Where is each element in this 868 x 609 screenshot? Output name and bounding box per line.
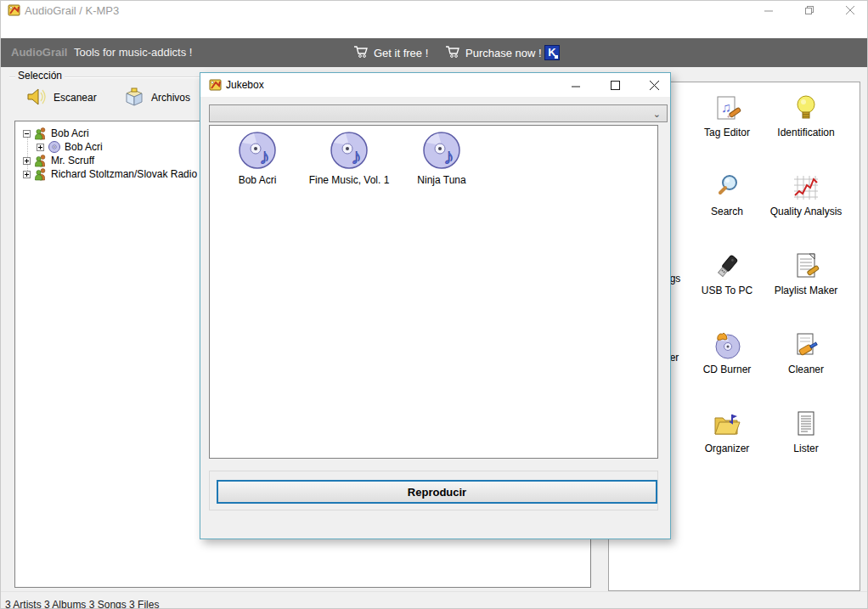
tool-label: Search	[711, 206, 743, 217]
artist-icon	[34, 167, 48, 181]
tree-item-label: Bob Acri	[51, 127, 89, 139]
dialog-icon	[209, 78, 223, 94]
svg-text:♪: ♪	[259, 144, 270, 169]
status-text: 3 Artists 3 Albums 3 Songs 3 Files	[5, 599, 159, 609]
minimize-button[interactable]	[755, 2, 782, 19]
svg-text:♪: ♪	[443, 144, 454, 169]
svg-text:♫: ♫	[721, 100, 731, 115]
files-button[interactable]: Archivos	[122, 85, 190, 110]
brand-label: AudioGrail	[11, 46, 67, 59]
tree-item-artist[interactable]: Mr. Scruff	[23, 154, 94, 167]
main-window: AudioGrail / K-MP3 File ? AudioGrail Too…	[0, 0, 868, 609]
dialog-title: Jukebox	[226, 79, 264, 91]
lightbulb-icon	[792, 90, 820, 124]
tool-label: Lister	[793, 443, 818, 454]
get-it-free-label: Get it free !	[374, 47, 428, 59]
purchase-now-button[interactable]: Purchase now !	[445, 43, 542, 62]
speaker-icon	[25, 85, 48, 111]
tagline-label: Tools for music-addicts !	[74, 46, 192, 59]
album-item[interactable]: ♪ Ninja Tuna	[396, 130, 488, 186]
expand-icon[interactable]	[23, 171, 31, 178]
files-label: Archivos	[151, 92, 190, 104]
close-button[interactable]	[837, 2, 864, 19]
tree-item-artist[interactable]: Richard Stoltzman/Slovak Radio Syn	[23, 167, 217, 181]
usb-stick-icon	[712, 248, 742, 282]
tool-label: Cleaner	[788, 364, 824, 375]
menubar: File ?	[1, 20, 868, 38]
expand-icon[interactable]	[23, 157, 31, 165]
tree-item-label: Bob Acri	[65, 141, 103, 153]
album-item[interactable]: ♪ Fine Music, Vol. 1	[303, 130, 395, 186]
tree-item-label: Richard Stoltzman/Slovak Radio Syn	[51, 168, 217, 180]
scan-button[interactable]: Escanear	[25, 85, 97, 110]
app-icon	[8, 3, 21, 20]
play-button[interactable]: Reproducir	[217, 480, 657, 504]
album-list[interactable]: ♪ Bob Acri ♪ Fine Music, Vol. 1 ♪ Ninja …	[209, 125, 658, 459]
tool-playlist-maker[interactable]: Playlist Maker	[766, 244, 846, 296]
scan-label: Escanear	[54, 92, 97, 104]
album-item[interactable]: ♪ Bob Acri	[211, 130, 303, 186]
archive-box-icon	[122, 85, 146, 111]
cart-icon	[353, 45, 369, 61]
tool-label: Identification	[777, 127, 834, 138]
tree-item-label: Mr. Scruff	[51, 155, 94, 166]
chart-icon	[791, 169, 821, 203]
window-title: AudioGrail / K-MP3	[25, 4, 119, 17]
purchase-now-label: Purchase now !	[465, 47, 542, 59]
album-label: Ninja Tuna	[417, 174, 465, 186]
tool-search[interactable]: Search	[687, 165, 767, 217]
album-cd-icon: ♪	[421, 130, 462, 171]
kmp3-logo-icon[interactable]: K	[544, 45, 560, 60]
jukebox-selector-combobox[interactable]: ⌄	[209, 104, 668, 122]
tool-label: USB To PC	[702, 285, 752, 296]
tool-usb-to-pc[interactable]: USB To PC	[687, 244, 767, 296]
collapse-icon[interactable]	[23, 130, 31, 138]
tree-item-album[interactable]: Bob Acri	[37, 140, 103, 154]
artist-icon	[34, 154, 48, 167]
tool-lister[interactable]: Lister	[766, 402, 846, 454]
jukebox-dialog: Jukebox ⌄ ♪ Bob Acri ♪ Fine Music, Vol. …	[200, 72, 671, 539]
tool-label: CD Burner	[703, 364, 752, 375]
dialog-titlebar[interactable]: Jukebox	[200, 73, 670, 97]
cleaner-brush-icon	[791, 327, 821, 361]
cart-icon	[445, 45, 460, 61]
artist-icon	[34, 127, 48, 140]
organizer-folder-icon	[712, 406, 742, 440]
album-label: Bob Acri	[239, 174, 277, 186]
dialog-minimize-button[interactable]	[562, 76, 589, 94]
chevron-down-icon: ⌄	[653, 109, 661, 120]
tool-label: Organizer	[705, 443, 750, 454]
tag-editor-icon: ♫	[712, 90, 742, 124]
album-cd-icon	[48, 140, 61, 154]
get-it-free-button[interactable]: Get it free !	[353, 43, 428, 62]
tool-label: Tag Editor	[704, 127, 750, 138]
tool-quality-analysis[interactable]: Quality Analysis	[766, 165, 846, 217]
titlebar: AudioGrail / K-MP3	[1, 1, 868, 20]
tool-label: Playlist Maker	[775, 285, 838, 296]
statusbar: 3 Artists 3 Albums 3 Songs 3 Files	[1, 591, 868, 609]
dialog-close-button[interactable]	[640, 76, 668, 94]
restore-button[interactable]	[796, 2, 823, 19]
svg-text:♪: ♪	[351, 144, 362, 169]
tool-cleaner[interactable]: Cleaner	[766, 323, 846, 375]
tool-cd-burner[interactable]: CD Burner	[687, 323, 767, 375]
play-button-label: Reproducir	[408, 486, 466, 499]
dialog-maximize-button[interactable]	[601, 76, 628, 94]
header-bar: AudioGrail Tools for music-addicts ! Get…	[1, 38, 868, 67]
search-icon	[712, 169, 742, 203]
playlist-icon	[791, 248, 821, 282]
tool-identification[interactable]: Identification	[766, 86, 846, 138]
tool-organizer[interactable]: Organizer	[687, 402, 767, 454]
lister-document-icon	[791, 406, 821, 440]
tool-tag-editor[interactable]: ♫ Tag Editor	[687, 86, 767, 138]
tool-label: Quality Analysis	[770, 206, 843, 217]
selection-group-label: Selección	[15, 70, 65, 82]
tree-item-artist[interactable]: Bob Acri	[23, 127, 89, 140]
album-cd-icon: ♪	[329, 130, 369, 171]
album-cd-icon: ♪	[237, 130, 278, 171]
expand-icon[interactable]	[37, 144, 44, 151]
cd-burner-icon	[712, 327, 742, 361]
album-label: Fine Music, Vol. 1	[309, 174, 390, 186]
